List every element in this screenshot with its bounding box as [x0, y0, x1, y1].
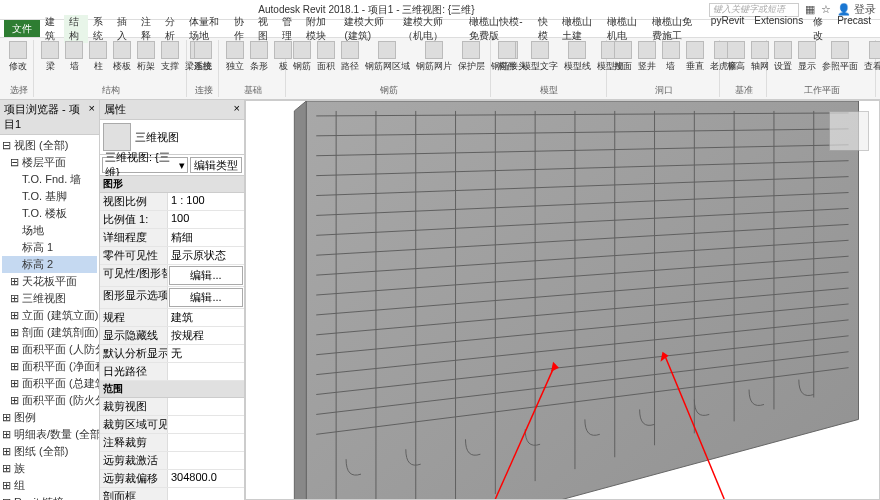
ribbon-条形[interactable]: 条形 [248, 40, 270, 74]
close-icon[interactable]: × [234, 102, 240, 117]
ribbon-梁[interactable]: 梁 [39, 40, 61, 74]
prop-row[interactable]: 规程建筑 [100, 309, 244, 327]
tree-item[interactable]: T.O. Fnd. 墙 [2, 171, 97, 188]
ribbon-模型线[interactable]: 模型线 [562, 40, 593, 74]
ribbon-桁架[interactable]: 桁架 [135, 40, 157, 74]
ribbon-保护层[interactable]: 保护层 [456, 40, 487, 74]
menu-Extensions[interactable]: Extensions [749, 15, 808, 43]
edit-type-button[interactable]: 编辑类型 [190, 157, 242, 173]
menu-附加模块[interactable]: 附加模块 [301, 15, 339, 43]
prop-row[interactable]: 裁剪区域可见 [100, 416, 244, 434]
ribbon-轴网[interactable]: 轴网 [749, 40, 771, 74]
menu-结构[interactable]: 结构 [64, 15, 88, 43]
ribbon-显示[interactable]: 显示 [796, 40, 818, 74]
prop-row[interactable]: 零件可见性显示原状态 [100, 247, 244, 265]
ribbon-独立[interactable]: 独立 [224, 40, 246, 74]
menu-bar: 文件 建筑结构系统插入注释分析体量和场地协作视图管理附加模块建模大师 (建筑)建… [0, 20, 880, 38]
prop-row[interactable]: 注释裁剪 [100, 434, 244, 452]
tree-item[interactable]: ⊞ 族 [2, 460, 97, 477]
prop-row[interactable]: 比例值 1:100 [100, 211, 244, 229]
close-icon[interactable]: × [89, 102, 95, 132]
menu-橄榄山机电[interactable]: 橄榄山机电 [602, 15, 647, 43]
menu-橄榄山土建[interactable]: 橄榄山土建 [557, 15, 602, 43]
tree-item[interactable]: 标高 2 [2, 256, 97, 273]
ribbon-钢筋[interactable]: 钢筋 [291, 40, 313, 74]
view-cube[interactable] [829, 111, 869, 151]
menu-视图[interactable]: 视图 [253, 15, 277, 43]
ribbon-参照平面[interactable]: 参照平面 [820, 40, 860, 74]
drawing-canvas[interactable] [246, 101, 879, 499]
prop-row[interactable]: 可见性/图形替换编辑... [100, 265, 244, 287]
prop-row[interactable]: 远剪裁激活 [100, 452, 244, 470]
tree-item[interactable]: ⊞ 图例 [2, 409, 97, 426]
ribbon-柱[interactable]: 柱 [87, 40, 109, 74]
tree-item[interactable]: ⊞ Revit 链接 [2, 494, 97, 500]
tree-item[interactable]: ⊞ 图纸 (全部) [2, 443, 97, 460]
tree-item[interactable]: ⊟ 楼层平面 [2, 154, 97, 171]
tree-item[interactable]: 标高 1 [2, 239, 97, 256]
prop-row[interactable]: 日光路径 [100, 363, 244, 381]
prop-row[interactable]: 剖面框 [100, 488, 244, 500]
tree-item[interactable]: T.O. 楼板 [2, 205, 97, 222]
prop-row[interactable]: 默认分析显示样式无 [100, 345, 244, 363]
ribbon-竖井[interactable]: 竖井 [636, 40, 658, 74]
menu-体量和场地[interactable]: 体量和场地 [184, 15, 229, 43]
menu-注释[interactable]: 注释 [136, 15, 160, 43]
ribbon-设置[interactable]: 设置 [772, 40, 794, 74]
ribbon-楼板[interactable]: 楼板 [111, 40, 133, 74]
file-menu[interactable]: 文件 [4, 20, 40, 37]
ribbon-路径[interactable]: 路径 [339, 40, 361, 74]
tree-item[interactable]: ⊞ 明细表/数量 (全部) [2, 426, 97, 443]
tree-item[interactable]: ⊞ 天花板平面 [2, 273, 97, 290]
ribbon-墙[interactable]: 墙 [660, 40, 682, 74]
ribbon-垂直[interactable]: 垂直 [684, 40, 706, 74]
menu-橄榄山快模-免费版[interactable]: 橄榄山快模-免费版 [464, 15, 532, 43]
tree-item[interactable]: ⊞ 面积平面 (净面积) [2, 358, 97, 375]
prop-row[interactable]: 显示隐藏线按规程 [100, 327, 244, 345]
prop-row[interactable]: 详细程度精细 [100, 229, 244, 247]
tree-item[interactable]: ⊞ 剖面 (建筑剖面) [2, 324, 97, 341]
menu-协作[interactable]: 协作 [229, 15, 253, 43]
viewport-3d[interactable] [245, 100, 880, 500]
prop-row[interactable]: 裁剪视图 [100, 398, 244, 416]
ribbon-钢筋网片[interactable]: 钢筋网片 [414, 40, 454, 74]
prop-row[interactable]: 视图比例1 : 100 [100, 193, 244, 211]
tree-item[interactable]: ⊞ 三维视图 [2, 290, 97, 307]
ribbon-模型文字[interactable]: 模型文字 [520, 40, 560, 74]
menu-Precast[interactable]: Precast [832, 15, 876, 43]
menu-pyRevit[interactable]: pyRevit [706, 15, 749, 43]
menu-快模[interactable]: 快模 [533, 15, 557, 43]
tree-item[interactable]: T.O. 基脚 [2, 188, 97, 205]
tree-item[interactable]: ⊞ 面积平面 (总建筑面积) [2, 375, 97, 392]
tree-item[interactable]: ⊞ 立面 (建筑立面) [2, 307, 97, 324]
menu-修改[interactable]: 修改 [808, 15, 832, 43]
menu-建筑[interactable]: 建筑 [40, 15, 64, 43]
tree-item[interactable]: ⊟ 视图 (全部) [2, 137, 97, 154]
svg-marker-1 [294, 101, 306, 499]
ribbon-按面[interactable]: 按面 [612, 40, 634, 74]
ribbon-连接[interactable]: 连接 [192, 40, 214, 74]
ribbon-查看器[interactable]: 查看器 [862, 40, 880, 74]
menu-管理[interactable]: 管理 [277, 15, 301, 43]
prop-row[interactable]: 图形显示选项编辑... [100, 287, 244, 309]
menu-分析[interactable]: 分析 [160, 15, 184, 43]
menu-橄榄山免费施工[interactable]: 橄榄山免费施工 [647, 15, 706, 43]
ribbon-支撑[interactable]: 支撑 [159, 40, 181, 74]
ribbon-面积[interactable]: 面积 [315, 40, 337, 74]
ribbon-钢筋网区域[interactable]: 钢筋网区域 [363, 40, 412, 74]
tree-item[interactable]: ⊞ 面积平面 (防火分区面积) [2, 392, 97, 409]
view-type-icon [103, 123, 131, 151]
ribbon-构件[interactable]: 构件 [496, 40, 518, 74]
menu-系统[interactable]: 系统 [88, 15, 112, 43]
ribbon-墙[interactable]: 墙 [63, 40, 85, 74]
tree-item[interactable]: ⊞ 组 [2, 477, 97, 494]
ribbon-标高[interactable]: 标高 [725, 40, 747, 74]
tree-item[interactable]: ⊞ 面积平面 (人防分区面积) [2, 341, 97, 358]
menu-建模大师（机电）[interactable]: 建模大师（机电） [398, 15, 464, 43]
tree-item[interactable]: 场地 [2, 222, 97, 239]
menu-建模大师 (建筑)[interactable]: 建模大师 (建筑) [339, 15, 398, 43]
type-selector[interactable]: 三维视图: {三维}▾ [102, 157, 188, 173]
prop-row[interactable]: 远剪裁偏移304800.0 [100, 470, 244, 488]
menu-插入[interactable]: 插入 [112, 15, 136, 43]
ribbon-修改[interactable]: 修改 [7, 40, 29, 74]
